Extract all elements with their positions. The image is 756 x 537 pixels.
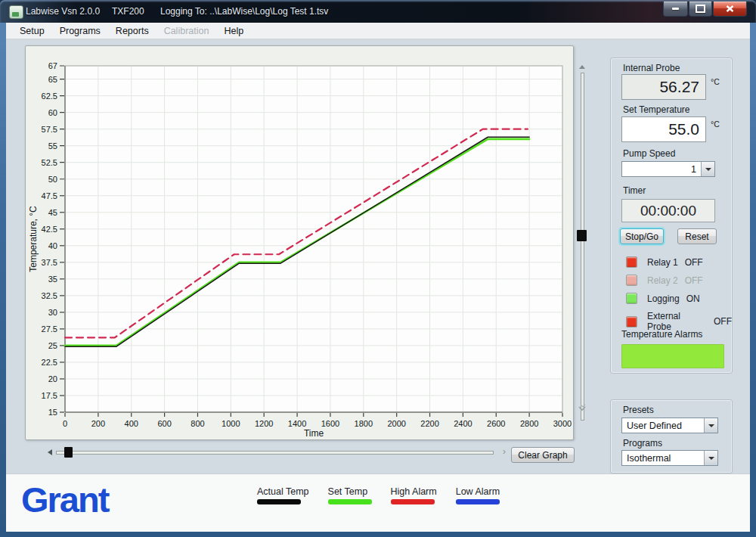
menu-calibration: Calibration	[156, 24, 217, 38]
external-probe-state: OFF	[714, 316, 732, 327]
svg-text:37.5: 37.5	[42, 258, 57, 267]
svg-text:200: 200	[91, 419, 105, 428]
logging-path: Logging To: ..\LabWise\Log\Log Test 1.ts…	[160, 6, 328, 17]
svg-text:400: 400	[125, 419, 138, 428]
title-bar: Labwise Vsn 2.0.0 TXF200 Logging To: ..\…	[0, 0, 756, 23]
presets-panel: Presets User Defined Programs Isothermal	[610, 399, 733, 473]
svg-text:52.5: 52.5	[42, 158, 57, 167]
programs-value: Isothermal	[622, 451, 704, 465]
menu-setup[interactable]: Setup	[12, 24, 52, 38]
chart-resize-grip-icon[interactable]	[576, 402, 588, 414]
legend-swatch	[456, 499, 500, 504]
minimize-button[interactable]	[663, 2, 688, 17]
window-title: Labwise Vsn 2.0.0	[26, 6, 100, 17]
menu-bar: Setup Programs Reports Calibration Help	[6, 23, 750, 39]
svg-text:20: 20	[48, 374, 57, 383]
relay1-state: OFF	[685, 257, 703, 268]
svg-text:15: 15	[48, 408, 57, 417]
logging-label: Logging	[647, 293, 680, 304]
timer-label: Timer	[623, 185, 646, 196]
client-area: 1517.52022.52527.53032.53537.54042.54547…	[6, 39, 750, 531]
window-controls	[662, 2, 747, 17]
svg-text:1200: 1200	[255, 419, 273, 428]
temperature-chart-panel: 1517.52022.52527.53032.53537.54042.54547…	[25, 45, 574, 440]
chevron-down-icon	[708, 424, 714, 427]
relay1-indicator: Relay 1 OFF	[626, 256, 703, 268]
svg-text:2400: 2400	[454, 419, 472, 428]
programs-dropdown-button[interactable]	[704, 451, 717, 465]
stop-go-button[interactable]: Stop/Go	[620, 228, 664, 244]
svg-text:600: 600	[157, 419, 171, 428]
programs-select[interactable]: Isothermal	[621, 450, 718, 466]
scroll-left-icon[interactable]	[48, 449, 52, 455]
horizontal-scroll-thumb[interactable]	[64, 447, 73, 458]
svg-text:Temperature, °C: Temperature, °C	[28, 206, 39, 272]
set-temperature-input[interactable]: 55.0	[621, 116, 706, 142]
svg-text:55: 55	[48, 141, 57, 151]
internal-probe-unit: °C	[711, 77, 720, 86]
svg-text:32.5: 32.5	[42, 291, 57, 300]
horizontal-scroll-track[interactable]	[56, 451, 494, 455]
set-temperature-unit: °C	[711, 120, 720, 129]
svg-text:62.5: 62.5	[42, 92, 57, 101]
svg-text:50: 50	[48, 175, 57, 184]
svg-text:1600: 1600	[321, 419, 339, 428]
svg-text:65: 65	[48, 75, 57, 84]
pump-speed-dropdown-button[interactable]	[701, 162, 714, 176]
scroll-up-icon[interactable]	[579, 65, 585, 69]
svg-text:40: 40	[48, 241, 57, 250]
svg-text:Time: Time	[304, 428, 324, 438]
legend-swatch	[391, 499, 435, 504]
svg-text:3000: 3000	[553, 419, 572, 428]
temperature-alarms-label: Temperature Alarms	[621, 329, 702, 340]
logging-indicator: Logging ON	[626, 293, 700, 304]
menu-reports[interactable]: Reports	[108, 24, 156, 38]
close-icon	[726, 5, 734, 12]
presets-value: User Defined	[622, 418, 704, 433]
reset-button[interactable]: Reset	[677, 228, 717, 244]
pump-speed-select[interactable]: 1	[621, 161, 715, 177]
temperature-alarms-display	[621, 344, 724, 368]
svg-text:1800: 1800	[355, 419, 373, 428]
relay1-label: Relay 1	[647, 257, 678, 268]
internal-probe-label: Internal Probe	[623, 63, 680, 73]
presets-label: Presets	[623, 405, 654, 415]
maximize-button[interactable]	[689, 2, 712, 17]
internal-probe-value: 56.27	[621, 74, 706, 100]
legend-high-alarm: High Alarm	[391, 486, 437, 504]
presets-dropdown-button[interactable]	[704, 418, 717, 433]
timer-value: 00:00:00	[621, 199, 715, 222]
scroll-right-icon[interactable]: ›	[503, 445, 506, 457]
horizontal-scrollbar[interactable]: ›	[48, 446, 506, 458]
clear-graph-button[interactable]: Clear Graph	[511, 447, 575, 463]
svg-text:2000: 2000	[387, 419, 405, 428]
vertical-scroll-track[interactable]	[581, 73, 584, 421]
maximize-icon	[696, 5, 705, 13]
logging-status-light	[626, 293, 637, 304]
relay2-label: Relay 2	[647, 275, 678, 286]
legend-actual-temp: Actual Temp	[257, 486, 309, 504]
close-button[interactable]	[713, 2, 747, 17]
svg-text:67: 67	[48, 61, 57, 70]
chevron-down-icon	[708, 457, 714, 460]
svg-text:27.5: 27.5	[42, 324, 57, 334]
legend-swatch	[328, 499, 372, 504]
set-temperature-label: Set Temperature	[623, 104, 690, 115]
grant-logo: Grant	[21, 479, 108, 520]
presets-select[interactable]: User Defined	[621, 417, 718, 433]
svg-text:22.5: 22.5	[42, 358, 57, 367]
menu-programs[interactable]: Programs	[52, 24, 108, 38]
menu-help[interactable]: Help	[216, 24, 251, 38]
minimize-icon	[672, 8, 679, 10]
chart-legend: Actual Temp Set Temp High Alarm Low Alar…	[257, 486, 519, 504]
svg-text:2800: 2800	[520, 419, 538, 428]
pump-speed-label: Pump Speed	[623, 148, 675, 159]
svg-text:57.5: 57.5	[42, 125, 57, 134]
chevron-down-icon	[705, 168, 711, 171]
pump-speed-value: 1	[622, 162, 701, 176]
vertical-scrollbar[interactable]	[575, 62, 589, 424]
legend-label: Set Temp	[328, 486, 372, 497]
control-panel: Internal Probe 56.27 °C Set Temperature …	[610, 57, 733, 374]
vertical-scroll-thumb[interactable]	[577, 230, 587, 241]
legend-label: Low Alarm	[456, 486, 500, 497]
